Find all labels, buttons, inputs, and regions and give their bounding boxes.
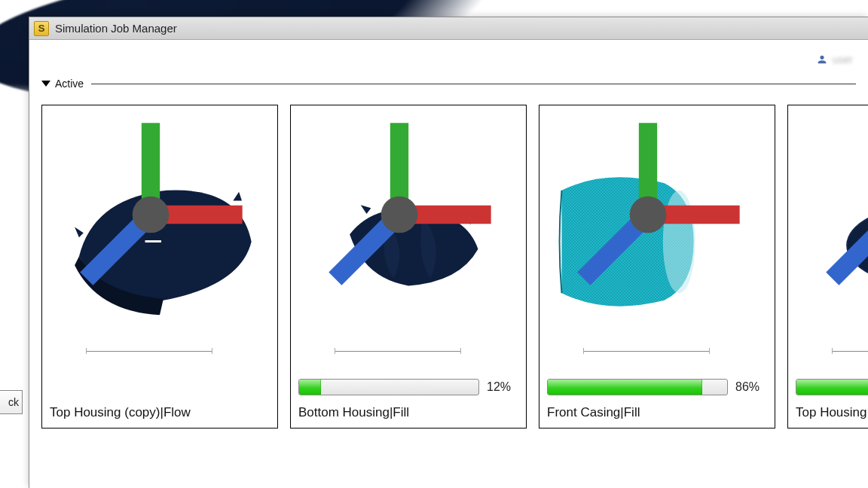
scale-bar xyxy=(802,348,868,355)
progress-fill xyxy=(548,380,702,395)
job-card[interactable]: Top Housing xyxy=(787,105,868,429)
job-preview xyxy=(547,110,767,374)
job-preview xyxy=(50,110,270,374)
user-icon xyxy=(816,53,828,66)
job-card[interactable]: 86% Front Casing|Fill xyxy=(539,105,775,429)
progress-pct: 12% xyxy=(487,380,518,394)
progress-bar xyxy=(298,379,479,395)
job-cards: Top Housing (copy)|Flow xyxy=(41,105,856,429)
window-client: user Active xyxy=(29,40,868,488)
job-progress-row: 12% xyxy=(298,378,518,396)
progress-pct: 86% xyxy=(735,380,767,394)
simulation-job-manager-window: S Simulation Job Manager user Active xyxy=(29,17,868,488)
triad-icon xyxy=(41,83,261,346)
job-card[interactable]: Top Housing (copy)|Flow xyxy=(41,105,278,429)
triad-icon xyxy=(538,83,758,346)
job-preview xyxy=(298,110,518,374)
svg-line-20 xyxy=(833,215,868,279)
triad-icon xyxy=(289,83,509,346)
job-name: Front Casing|Fill xyxy=(547,405,767,420)
titlebar[interactable]: S Simulation Job Manager xyxy=(29,17,868,40)
job-preview xyxy=(796,110,868,374)
job-card[interactable]: 12% Bottom Housing|Fill xyxy=(290,105,527,429)
job-name: Bottom Housing|Fill xyxy=(298,405,518,420)
window-title: Simulation Job Manager xyxy=(55,22,177,35)
app-icon: S xyxy=(34,21,49,36)
svg-point-4 xyxy=(133,197,170,233)
app-icon-letter: S xyxy=(38,23,45,34)
job-name: Top Housing xyxy=(796,405,868,420)
progress-bar xyxy=(547,379,728,395)
scale-bar xyxy=(56,348,243,355)
triad-icon xyxy=(787,83,868,346)
cropped-button-label: ck xyxy=(8,396,19,408)
progress-bar xyxy=(796,379,868,395)
svg-point-14 xyxy=(630,197,667,233)
job-name: Top Housing (copy)|Flow xyxy=(50,405,270,420)
progress-fill xyxy=(796,380,868,395)
scale-bar xyxy=(553,348,740,355)
progress-fill xyxy=(299,380,321,395)
job-progress-row xyxy=(796,378,868,396)
cropped-button[interactable]: ck xyxy=(0,390,23,414)
scale-bar xyxy=(304,348,491,355)
user-label: user xyxy=(833,53,853,66)
svg-point-8 xyxy=(381,197,418,233)
user-account-button[interactable]: user xyxy=(41,49,856,70)
job-progress-row: 86% xyxy=(547,378,767,396)
